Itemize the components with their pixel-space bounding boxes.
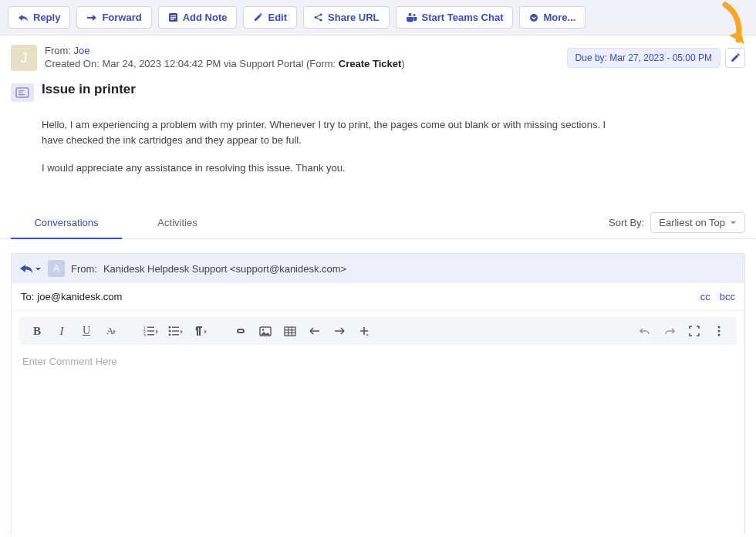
tab-conversations[interactable]: Conversations [11, 208, 122, 239]
share-url-button[interactable]: Share URL [303, 6, 389, 29]
svg-rect-12 [19, 93, 22, 93]
edit-label: Edit [268, 12, 287, 23]
svg-point-21 [169, 326, 171, 329]
due-value: Mar 27, 2023 - 05:00 PM [609, 52, 712, 63]
created-label: Created On: [45, 58, 100, 69]
fullscreen-button[interactable] [683, 320, 706, 342]
italic-button[interactable]: I [50, 320, 73, 342]
avatar-letter: J [21, 50, 28, 66]
svg-point-23 [169, 334, 171, 336]
tab-activities[interactable]: Activities [122, 208, 233, 238]
svg-rect-18 [147, 327, 154, 328]
avatar-letter: A [53, 263, 59, 274]
link-button[interactable] [229, 320, 252, 342]
compose-to-label: To: [21, 291, 34, 302]
add-note-label: Add Note [183, 12, 228, 23]
more-button[interactable]: More... [519, 6, 586, 29]
svg-point-7 [408, 13, 411, 16]
share-url-label: Share URL [328, 12, 379, 23]
compose-card: A From: Kanidesk Helpdesk Support <suppo… [11, 253, 745, 535]
reply-icon [18, 13, 29, 22]
svg-point-5 [319, 13, 322, 15]
underline-button[interactable]: U [75, 320, 98, 342]
svg-rect-13 [19, 94, 25, 95]
paragraph-button[interactable] [189, 320, 212, 342]
agent-avatar: A [48, 260, 65, 277]
edit-button[interactable]: Edit [243, 6, 297, 29]
svg-point-8 [413, 14, 415, 16]
svg-rect-29 [285, 327, 295, 336]
image-button[interactable] [254, 320, 277, 342]
overflow-button[interactable] [707, 320, 731, 342]
arrow-left-button[interactable] [303, 320, 326, 342]
share-icon [313, 12, 323, 22]
content-scroll[interactable]: J From: Joe Created On: Mar 24, 2023 12:… [0, 35, 756, 535]
svg-point-6 [319, 19, 322, 21]
forward-label: Forward [102, 12, 141, 23]
bold-button[interactable]: B [25, 320, 49, 342]
ticket-title: Issue in printer [42, 82, 136, 97]
svg-rect-20 [147, 335, 154, 336]
editor-placeholder: Enter Comment Here [22, 356, 117, 367]
due-date-pill: Due by: Mar 27, 2023 - 05:00 PM [567, 48, 721, 68]
caret-down-icon [730, 219, 737, 226]
reply-label: Reply [33, 12, 60, 23]
compose-from-label: From: [71, 263, 97, 275]
editor-textarea[interactable]: Enter Comment Here [12, 345, 744, 535]
body-paragraph: Hello, I am experiencing a problem with … [42, 117, 622, 148]
caret-down-icon [35, 265, 42, 272]
svg-point-34 [718, 326, 721, 329]
ticket-type-icon [11, 83, 34, 102]
ordered-list-button[interactable]: 123 [140, 320, 163, 342]
requester-link[interactable]: Joe [74, 45, 90, 56]
forward-button[interactable]: Forward [76, 6, 151, 29]
svg-rect-19 [147, 331, 154, 332]
svg-rect-26 [172, 335, 179, 336]
svg-rect-11 [19, 90, 24, 91]
redo-button[interactable] [658, 320, 681, 342]
sort-select[interactable]: Earliest on Top [650, 212, 745, 233]
bullet-list-button[interactable] [164, 320, 187, 342]
created-close: ) [401, 58, 404, 69]
reply-button[interactable]: Reply [8, 6, 70, 29]
due-label: Due by: [575, 52, 607, 63]
svg-rect-25 [172, 331, 179, 332]
insert-button[interactable] [353, 320, 376, 342]
teams-chat-button[interactable]: Start Teams Chat [396, 6, 514, 29]
bcc-link[interactable]: bcc [720, 291, 735, 302]
compose-from-value: Kanidesk Helpdesk Support <support@kanid… [103, 263, 346, 275]
svg-rect-24 [172, 327, 179, 328]
chevron-down-icon [529, 13, 538, 22]
add-note-button[interactable]: Add Note [158, 6, 238, 29]
svg-text:3: 3 [143, 333, 146, 336]
svg-point-9 [530, 14, 538, 22]
created-value: Mar 24, 2023 12:04:42 PM via Support Por… [102, 58, 336, 69]
edit-due-button[interactable] [725, 48, 745, 68]
svg-point-36 [718, 334, 721, 336]
text-color-button[interactable]: A [100, 320, 123, 342]
body-paragraph: I would appreciate any assistance in res… [42, 160, 622, 176]
editor-toolbar: B I U A 123 [19, 317, 737, 345]
svg-text:A: A [106, 325, 114, 336]
pencil-icon [730, 52, 741, 63]
table-button[interactable] [278, 320, 302, 342]
created-form: Create Ticket [339, 58, 401, 69]
arrow-right-button[interactable] [328, 320, 351, 342]
teams-icon [406, 12, 417, 22]
sort-label: Sort By: [609, 217, 644, 228]
ticket-body: Hello, I am experiencing a problem with … [0, 110, 663, 207]
ticket-header: J From: Joe Created On: Mar 24, 2023 12:… [0, 35, 756, 76]
pencil-icon [253, 12, 263, 22]
cc-link[interactable]: cc [700, 291, 710, 302]
svg-rect-1 [170, 15, 176, 16]
svg-point-35 [718, 330, 721, 333]
svg-rect-3 [170, 19, 174, 19]
note-icon [168, 12, 178, 22]
svg-rect-2 [170, 17, 176, 18]
svg-point-22 [169, 330, 171, 333]
forward-icon [86, 13, 97, 22]
compose-to-value: joe@kanidesk.com [37, 291, 122, 302]
reply-mode-button[interactable] [19, 263, 42, 274]
sort-value: Earliest on Top [659, 217, 725, 228]
undo-button[interactable] [633, 320, 656, 342]
